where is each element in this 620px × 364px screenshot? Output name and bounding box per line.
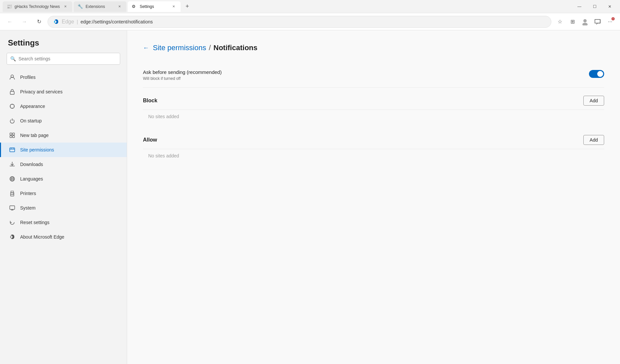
tab-ext-favicon: 🔧 xyxy=(78,4,83,9)
allow-no-sites-text: No sites added xyxy=(143,149,604,166)
sidebar-item-system[interactable]: System xyxy=(0,201,127,215)
collections-icon[interactable]: ⊞ xyxy=(567,16,578,28)
svg-rect-13 xyxy=(11,191,14,193)
lock-icon xyxy=(9,88,16,95)
grid-icon xyxy=(9,132,16,139)
sidebar-item-profiles-label: Profiles xyxy=(20,75,36,80)
svg-rect-7 xyxy=(10,136,12,138)
sidebar-item-sitepermissions[interactable]: Site permissions xyxy=(0,143,127,157)
edge-about-icon xyxy=(9,234,16,240)
siteperm-icon xyxy=(9,147,16,153)
svg-rect-3 xyxy=(10,91,14,94)
tab-settings-close[interactable]: ✕ xyxy=(171,4,177,10)
svg-rect-5 xyxy=(10,133,12,135)
sidebar-item-about[interactable]: About Microsoft Edge xyxy=(0,230,127,244)
title-bar: 📰 gHacks Technology News ✕ 🔧 Extensions … xyxy=(0,0,620,13)
tab-extensions[interactable]: 🔧 Extensions ✕ xyxy=(74,1,126,12)
menu-badge: ! xyxy=(611,17,615,20)
sidebar-item-printers[interactable]: Printers xyxy=(0,186,127,201)
ask-before-sending-text: Ask before sending (recommended) Will bl… xyxy=(143,69,222,81)
breadcrumb-site-permissions-link[interactable]: Site permissions xyxy=(153,44,206,52)
sidebar-item-downloads[interactable]: Downloads xyxy=(0,157,127,172)
profile-icon[interactable] xyxy=(579,16,591,28)
reload-button[interactable]: ↻ xyxy=(33,16,45,28)
breadcrumb-separator: / xyxy=(209,44,211,52)
sidebar-item-printers-label: Printers xyxy=(20,191,36,196)
content-area: ← Site permissions / Notifications Ask b… xyxy=(127,30,620,364)
sidebar-item-startup[interactable]: On startup xyxy=(0,114,127,128)
svg-rect-8 xyxy=(13,136,15,138)
block-section-header: Block Add xyxy=(143,88,604,110)
sidebar-item-system-label: System xyxy=(20,205,36,211)
sidebar-item-newtab[interactable]: New tab page xyxy=(0,128,127,143)
tab-ghacks[interactable]: 📰 gHacks Technology News ✕ xyxy=(3,1,72,12)
svg-point-0 xyxy=(583,19,587,22)
favorites-icon[interactable]: ☆ xyxy=(554,16,566,28)
tab-settings-favicon: ⚙ xyxy=(132,4,137,9)
sidebar-item-newtab-label: New tab page xyxy=(20,133,49,138)
ask-before-sending-sublabel: Will block if turned off xyxy=(143,76,222,81)
ask-before-sending-row: Ask before sending (recommended) Will bl… xyxy=(143,63,604,88)
svg-point-14 xyxy=(13,193,14,194)
tab-extensions-label: Extensions xyxy=(86,4,114,9)
search-input[interactable] xyxy=(18,56,117,61)
svg-point-1 xyxy=(582,23,588,25)
menu-icon[interactable]: ··· ! xyxy=(604,16,616,28)
tab-extensions-close[interactable]: ✕ xyxy=(117,4,122,10)
sidebar-item-appearance[interactable]: Appearance xyxy=(0,99,127,114)
svg-rect-12 xyxy=(11,194,14,196)
person-icon xyxy=(9,74,16,81)
sidebar-item-reset-label: Reset settings xyxy=(20,220,50,225)
reset-icon xyxy=(9,219,16,226)
allow-section-title: Allow xyxy=(143,137,157,143)
sidebar-item-reset[interactable]: Reset settings xyxy=(0,215,127,230)
feedback-icon[interactable] xyxy=(592,16,603,28)
tab-ghacks-close[interactable]: ✕ xyxy=(62,4,68,10)
search-box[interactable]: 🔍 xyxy=(7,53,120,65)
sidebar-item-profiles[interactable]: Profiles xyxy=(0,70,127,84)
allow-section-header: Allow Add xyxy=(143,127,604,149)
edge-logo-icon xyxy=(53,19,59,25)
appearance-icon xyxy=(9,103,16,110)
minimize-button[interactable]: — xyxy=(572,1,587,12)
sidebar-item-startup-label: On startup xyxy=(20,118,42,123)
power-icon xyxy=(9,117,16,124)
sidebar-item-about-label: About Microsoft Edge xyxy=(20,234,64,240)
tab-settings[interactable]: ⚙ Settings ✕ xyxy=(128,1,181,12)
forward-button[interactable]: → xyxy=(18,16,30,28)
main-layout: Settings 🔍 Profiles Privacy and services… xyxy=(0,30,620,364)
sidebar-item-privacy-label: Privacy and services xyxy=(20,89,62,94)
address-divider: Edge xyxy=(62,19,74,25)
download-icon xyxy=(9,161,16,168)
profile-avatar-icon xyxy=(581,18,589,25)
svg-rect-15 xyxy=(10,206,15,210)
print-icon xyxy=(9,190,16,197)
breadcrumb-back-button[interactable]: ← xyxy=(143,45,149,51)
sidebar-item-sitepermissions-label: Site permissions xyxy=(20,147,54,152)
address-divider-pipe: | xyxy=(77,19,78,24)
sidebar-item-languages[interactable]: Languages xyxy=(0,172,127,186)
sidebar-item-downloads-label: Downloads xyxy=(20,162,43,167)
breadcrumb: ← Site permissions / Notifications xyxy=(143,44,604,52)
svg-rect-6 xyxy=(13,133,15,135)
address-bar-input-wrap[interactable]: Edge | edge://settings/content/notificat… xyxy=(48,16,551,28)
search-icon: 🔍 xyxy=(10,56,16,61)
new-tab-button[interactable]: + xyxy=(182,1,192,12)
close-button[interactable]: ✕ xyxy=(602,1,617,12)
allow-add-button[interactable]: Add xyxy=(583,135,604,145)
maximize-button[interactable]: ☐ xyxy=(587,1,602,12)
feedback-svg-icon xyxy=(594,18,601,25)
sidebar-item-appearance-label: Appearance xyxy=(20,104,45,109)
sidebar-item-privacy[interactable]: Privacy and services xyxy=(0,84,127,99)
ask-before-sending-label: Ask before sending (recommended) xyxy=(143,69,222,75)
lang-icon xyxy=(9,176,16,182)
block-add-button[interactable]: Add xyxy=(583,96,604,106)
block-no-sites-text: No sites added xyxy=(143,110,604,127)
toggle-knob xyxy=(597,71,603,77)
sidebar-item-languages-label: Languages xyxy=(20,176,43,182)
tab-settings-label: Settings xyxy=(140,4,168,9)
back-button[interactable]: ← xyxy=(4,16,16,28)
address-url-text: edge://settings/content/notifications xyxy=(81,19,546,24)
ask-before-sending-toggle[interactable] xyxy=(589,70,604,78)
system-icon xyxy=(9,205,16,211)
